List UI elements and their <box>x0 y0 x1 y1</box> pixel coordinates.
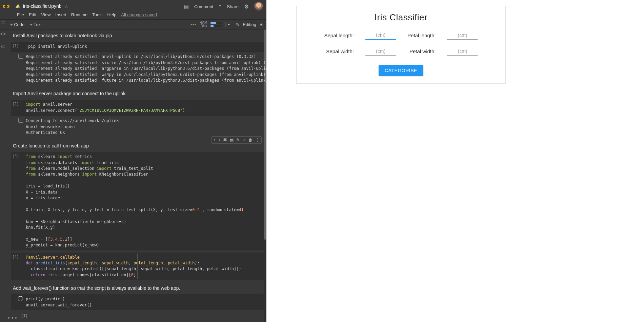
edit-icon[interactable]: ✎ <box>236 138 240 142</box>
more-actions-icon[interactable]: ••• <box>7 315 18 321</box>
section-heading-4[interactable]: Add wait_forever() function so that the … <box>6 282 264 294</box>
resource-dropdown[interactable] <box>225 22 232 27</box>
execution-count: [1] <box>21 314 28 318</box>
code-content[interactable]: !pip install anvil-uplink <box>11 42 264 52</box>
drive-icon <box>16 4 20 8</box>
avatar[interactable] <box>254 2 263 11</box>
cell-prompt: [2] <box>12 102 19 106</box>
editing-mode-icon[interactable]: ✎ <box>236 22 239 27</box>
delete-icon[interactable]: 🗑 <box>248 138 253 142</box>
menu-help[interactable]: Help <box>107 12 117 17</box>
menu-edit[interactable]: Edit <box>29 12 36 17</box>
menu-bar: File Edit View Insert Runtime Tools Help… <box>3 12 264 19</box>
link-icon[interactable]: ⌘ <box>223 138 227 142</box>
more-icon[interactable]: ⋮ <box>255 138 259 142</box>
code-cell-5[interactable]: print(y_predict) anvil.server.wait_forev… <box>11 294 264 310</box>
find-icon[interactable]: <> <box>0 31 6 37</box>
move-down-icon[interactable]: ↓ <box>218 138 220 142</box>
colab-logo <box>3 3 13 9</box>
cell-divider[interactable] <box>137 254 138 279</box>
cell-toolbar: ↑ ↓ ⌘ ▤ ✎ ⇗ 🗑 ⋮ <box>211 136 262 144</box>
cell-output: Connecting to wss://anvil.works/uplink A… <box>11 116 264 138</box>
code-content[interactable]: from sklearn import metrics from sklearn… <box>11 152 264 250</box>
code-cell-4[interactable]: [4] @anvil.server.callable def predict_i… <box>11 253 264 280</box>
files-icon[interactable]: ▭ <box>1 43 5 49</box>
menu-file[interactable]: File <box>17 12 24 17</box>
petal-length-input[interactable] <box>447 31 478 40</box>
collapse-header-icon[interactable] <box>260 23 263 25</box>
running-spinner-icon[interactable] <box>18 296 23 301</box>
share-icon[interactable]: ⩍ <box>219 3 221 9</box>
save-status[interactable]: All changes saved <box>121 12 157 17</box>
code-content[interactable]: print(y_predict) anvil.server.wait_forev… <box>11 294 264 310</box>
ram-disk-label: RAM Disk <box>200 21 207 28</box>
star-icon[interactable]: ☆ <box>64 4 68 9</box>
sepal-length-input[interactable] <box>365 31 396 40</box>
section-heading-1[interactable]: Install Anvil packages to colab notebook… <box>6 29 264 42</box>
comment-icon[interactable]: ▤ <box>184 3 189 10</box>
mirror-icon[interactable]: ⇗ <box>242 138 246 142</box>
code-content[interactable]: import anvil.server anvil.server.connect… <box>11 100 264 116</box>
output-expand-icon[interactable] <box>18 118 23 123</box>
cell-prompt: [1] <box>12 44 19 48</box>
resource-gauge[interactable] <box>210 22 222 27</box>
notebook-name[interactable]: iris-classifier.ipynb <box>23 3 62 9</box>
petal-length-label: Petal length: <box>407 33 436 40</box>
categorise-button[interactable]: CATEGORISE <box>379 65 423 76</box>
toc-icon[interactable]: ☰ <box>1 19 5 24</box>
sepal-width-label: Sepal width: <box>324 48 354 56</box>
sepal-width-input[interactable] <box>365 47 396 56</box>
code-cell-1[interactable]: [1] !pip install anvil-uplink Requiremen… <box>11 42 264 85</box>
app-card: Iris Classifier Sepal length: Petal leng… <box>296 6 506 84</box>
add-text-button[interactable]: Text <box>30 22 42 27</box>
code-cell-2[interactable]: [2] import anvil.server anvil.server.con… <box>11 100 264 138</box>
settings-icon[interactable]: ⚙ <box>244 3 249 10</box>
connection-status-icon: ••• <box>190 22 196 27</box>
menu-tools[interactable]: Tools <box>92 12 102 17</box>
share-button[interactable]: Share <box>227 4 239 9</box>
add-code-button[interactable]: Code <box>10 22 24 27</box>
petal-width-label: Petal width: <box>407 48 436 56</box>
section-heading-2[interactable]: Import Anvil server package and connect … <box>6 87 264 100</box>
cell-prompt: [4] <box>12 255 19 259</box>
cell-prompt: [3] <box>12 154 19 158</box>
menu-view[interactable]: View <box>41 12 51 17</box>
menu-insert[interactable]: Insert <box>55 12 66 17</box>
comment-cell-icon[interactable]: ▤ <box>230 138 234 142</box>
editing-mode-label[interactable]: Editing <box>243 22 256 27</box>
menu-runtime[interactable]: Runtime <box>71 12 87 17</box>
comment-button[interactable]: Comment <box>194 4 213 9</box>
petal-width-input[interactable] <box>447 47 478 56</box>
app-title: Iris Classifier <box>307 12 495 23</box>
section-heading-3[interactable]: Create function to call from web app ↑ ↓… <box>6 140 264 152</box>
cell-output: Requirement already satisfied: anvil-upl… <box>11 52 264 85</box>
move-up-icon[interactable]: ↑ <box>214 138 216 142</box>
code-cell-3[interactable]: [3] from sklearn import metrics from skl… <box>11 152 264 250</box>
output-expand-icon[interactable] <box>18 54 23 59</box>
sepal-length-label: Sepal length: <box>324 33 354 40</box>
